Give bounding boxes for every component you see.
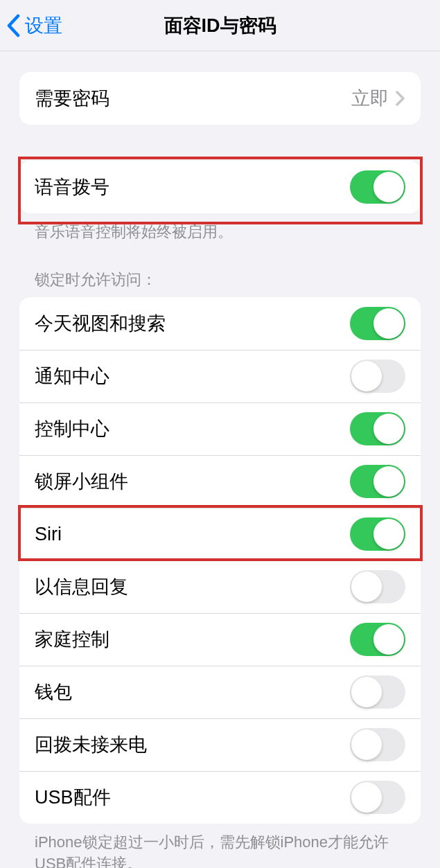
voice-dial-toggle[interactable]: [350, 170, 405, 204]
lock-access-item-label: 控制中心: [35, 416, 350, 441]
lock-access-row: 控制中心: [19, 402, 421, 455]
lock-access-row: 家庭控制: [19, 613, 421, 666]
navigation-bar: 设置 面容ID与密码: [0, 0, 440, 51]
lock-access-group: 今天视图和搜索通知中心控制中心锁屏小组件Siri以信息回复家庭控制钱包回拨未接来…: [19, 297, 421, 824]
lock-access-toggle[interactable]: [350, 360, 405, 393]
lock-access-row: 回拨未接来电: [19, 718, 421, 771]
voice-dial-label: 语音拨号: [35, 175, 350, 200]
lock-access-toggle[interactable]: [350, 623, 405, 656]
lock-access-item-label: 钱包: [35, 680, 350, 705]
lock-access-footer: iPhone锁定超过一小时后，需先解锁iPhone才能允许USB配件连接。: [0, 824, 440, 868]
lock-access-row: 以信息回复: [19, 560, 421, 613]
lock-access-item-label: 通知中心: [35, 364, 350, 389]
lock-access-toggle[interactable]: [350, 465, 405, 498]
require-passcode-value: 立即: [351, 86, 389, 111]
lock-access-item-label: 家庭控制: [35, 627, 350, 652]
lock-access-item-label: Siri: [35, 524, 350, 545]
lock-access-item-label: USB配件: [35, 785, 350, 810]
lock-access-toggle[interactable]: [350, 675, 405, 709]
lock-access-row: 钱包: [19, 666, 421, 718]
lock-access-row: Siri: [19, 508, 421, 560]
require-passcode-row[interactable]: 需要密码 立即: [19, 72, 421, 125]
passcode-group: 需要密码 立即: [19, 72, 421, 125]
lock-access-row: 今天视图和搜索: [19, 297, 421, 350]
voice-dial-footer: 音乐语音控制将始终被启用。: [0, 213, 440, 243]
lock-access-item-label: 今天视图和搜索: [35, 311, 350, 336]
lock-access-toggle[interactable]: [350, 412, 405, 445]
back-label: 设置: [25, 13, 62, 38]
lock-access-row: 锁屏小组件: [19, 455, 421, 508]
lock-access-item-label: 回拨未接来电: [35, 732, 350, 757]
voice-dial-row: 语音拨号: [19, 161, 421, 213]
page-title: 面容ID与密码: [164, 13, 276, 38]
lock-access-toggle[interactable]: [350, 517, 405, 551]
chevron-left-icon: [6, 14, 21, 37]
lock-access-toggle[interactable]: [350, 307, 405, 340]
back-button[interactable]: 设置: [0, 13, 62, 38]
lock-access-item-label: 锁屏小组件: [35, 469, 350, 494]
chevron-right-icon: [396, 91, 405, 106]
lock-access-item-label: 以信息回复: [35, 574, 350, 599]
lock-access-toggle[interactable]: [350, 781, 405, 814]
voice-dial-group: 语音拨号: [19, 161, 421, 213]
lock-access-toggle[interactable]: [350, 728, 405, 761]
lock-access-row: USB配件: [19, 771, 421, 824]
lock-access-header: 锁定时允许访问：: [0, 269, 440, 297]
lock-access-row: 通知中心: [19, 350, 421, 402]
require-passcode-label: 需要密码: [35, 86, 351, 111]
lock-access-toggle[interactable]: [350, 570, 405, 603]
